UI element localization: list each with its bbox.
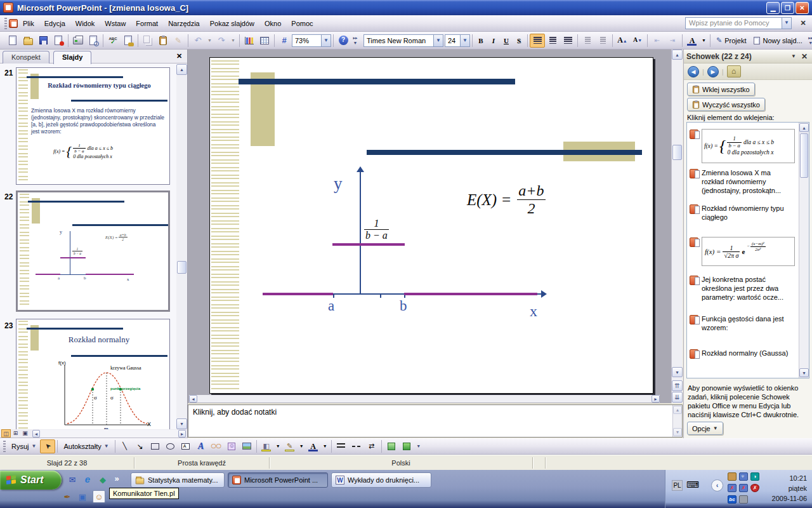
clipart-button[interactable] xyxy=(224,439,239,453)
open-button[interactable] xyxy=(20,34,36,48)
threed-style-button[interactable] xyxy=(399,439,414,453)
font-combo[interactable]: Times New Roman ▼ xyxy=(363,34,443,47)
zoom-dropdown-icon[interactable]: ▼ xyxy=(321,35,331,46)
slide-design-button[interactable]: ✎ Projekt xyxy=(712,34,750,46)
notes-scrollbar[interactable]: ▴ ▾ xyxy=(672,405,682,437)
autoshapes-menu-button[interactable]: Autokształty▼ xyxy=(60,441,112,452)
drawing-toolbar-grip[interactable] xyxy=(3,441,6,452)
options-button[interactable]: Opcje ▼ xyxy=(687,422,723,435)
rectangle-tool-button[interactable] xyxy=(148,439,163,453)
line-color-dropdown[interactable]: ▼ xyxy=(298,439,306,453)
menu-plik[interactable]: Plik xyxy=(18,18,39,29)
print-button[interactable] xyxy=(70,34,86,48)
tray-bc-icon[interactable]: bc xyxy=(728,495,737,504)
tab-slajdy[interactable]: Slajdy xyxy=(53,51,91,64)
back-icon[interactable]: ◀ xyxy=(688,66,699,77)
scroll-up-icon[interactable]: ▴ xyxy=(673,406,682,414)
notes-pane[interactable]: Kliknij, aby dodać notatki ▴ ▾ xyxy=(188,404,683,438)
increase-font-button[interactable]: A▲ xyxy=(615,34,630,48)
task-pane-dropdown-icon[interactable]: ▼ xyxy=(788,52,799,60)
italic-button[interactable]: I xyxy=(487,34,500,48)
scroll-up-icon[interactable]: ▴ xyxy=(176,64,187,75)
oval-tool-button[interactable] xyxy=(163,439,178,453)
quicklaunch-viewer-icon[interactable]: ▣ xyxy=(76,491,89,504)
menu-pomoc[interactable]: Pomoc xyxy=(286,18,318,29)
menu-widok[interactable]: Widok xyxy=(70,18,100,29)
clear-all-button[interactable]: Wyczyść wszystko xyxy=(687,98,765,111)
print-preview-button[interactable] xyxy=(86,34,101,48)
scroll-up-icon[interactable]: ▴ xyxy=(672,50,683,60)
draw-menu-button[interactable]: Rysuj▼ xyxy=(8,441,40,452)
scroll-up-icon[interactable]: ▴ xyxy=(799,123,809,132)
slide-vertical-scrollbar[interactable]: ▴ ▾ ⇈ ⇊ xyxy=(671,50,683,403)
slide-canvas[interactable]: y E(X) = a+b2 1b − a a b x xyxy=(209,57,653,394)
decrease-indent-button[interactable]: ⇤ xyxy=(650,34,665,48)
scrollbar-thumb[interactable] xyxy=(672,145,682,160)
new-document-button[interactable] xyxy=(5,34,20,48)
quicklaunch-pen-icon[interactable]: ✒ xyxy=(61,491,74,504)
font-size-dropdown-icon[interactable]: ▼ xyxy=(460,35,469,46)
spelling-button[interactable]: ABC✓ xyxy=(105,34,121,48)
fill-color-dropdown[interactable]: ▼ xyxy=(274,439,282,453)
arrow-tool-button[interactable]: ↘ xyxy=(133,439,148,453)
task-pane-close-icon[interactable]: ✕ xyxy=(799,52,809,61)
home-icon[interactable]: ⌂ xyxy=(727,65,741,77)
scroll-left-icon[interactable]: ◂ xyxy=(189,395,197,403)
keyboard-icon[interactable]: ⌨ xyxy=(686,479,699,490)
clipboard-item-formula-uniform[interactable]: f(x) = { 1b − a dla a ≤ x ≤ b 0 dla pozo… xyxy=(690,129,795,163)
quicklaunch-app-icon[interactable]: ◆ xyxy=(96,474,109,486)
close-button[interactable]: ✕ xyxy=(796,2,809,14)
slide-sorter-view-button[interactable]: ⊞ xyxy=(11,429,20,438)
align-right-button[interactable] xyxy=(560,34,575,48)
scroll-down-icon[interactable]: ▾ xyxy=(673,428,682,436)
clipboard-item-formula-gauss[interactable]: f(x) = 1√2π σ e − (x−m)²2σ² xyxy=(690,237,795,266)
shadow-style-button[interactable] xyxy=(384,439,399,453)
help-question-box[interactable]: Wpisz pytanie do Pomocy ▼ xyxy=(685,17,792,29)
fill-color-button[interactable]: ◧ xyxy=(259,439,274,453)
normal-view-button[interactable]: ◫ xyxy=(1,429,11,438)
formatting-overflow-button[interactable]: ▸▸▼ xyxy=(806,34,812,48)
document-icon[interactable] xyxy=(9,19,18,28)
wordart-button[interactable]: A xyxy=(193,439,209,453)
dash-style-button[interactable] xyxy=(349,439,364,453)
scroll-down-icon[interactable]: ▾ xyxy=(672,367,683,377)
scrollbar-thumb[interactable] xyxy=(800,133,808,178)
slide-23-thumbnail[interactable]: Rozkład normalny f(x) krzywa Gaussa punk… xyxy=(16,319,170,429)
tray-network-disabled-icon-2[interactable]: ✗ xyxy=(739,484,748,492)
tray-clipboard-icon[interactable] xyxy=(728,472,737,481)
font-size-combo[interactable]: 24 ▼ xyxy=(445,34,470,47)
scrollbar-thumb[interactable] xyxy=(177,261,187,274)
help-question-dropdown-icon[interactable]: ▼ xyxy=(782,18,791,29)
scroll-right-icon[interactable]: ▸ xyxy=(652,395,660,403)
tray-app-icon[interactable]: ◑ xyxy=(750,472,759,481)
minimize-button[interactable]: ▁ xyxy=(766,2,780,14)
line-tool-button[interactable]: ╲ xyxy=(117,439,133,453)
paste-all-button[interactable]: Wklej wszystko xyxy=(687,83,755,96)
thumbnails-scrollbar[interactable]: ▴ ▾ xyxy=(176,64,187,429)
tray-monitor-icon[interactable] xyxy=(739,495,748,504)
save-button[interactable] xyxy=(36,34,51,48)
font-dropdown-icon[interactable]: ▼ xyxy=(433,35,443,46)
select-objects-button[interactable]: ➤ xyxy=(40,439,55,453)
clipboard-item[interactable]: Zmienna losowa X ma rozkład równomierny … xyxy=(690,168,795,195)
quicklaunch-internet-explorer-icon[interactable]: e xyxy=(81,473,94,486)
forward-icon[interactable]: ▶ xyxy=(707,66,719,77)
menu-edycja[interactable]: Edycja xyxy=(39,18,70,29)
clipboard-item[interactable]: Rozkład normalny (Gaussa) xyxy=(690,349,795,359)
language-indicator[interactable]: PL xyxy=(672,480,683,491)
undo-button[interactable]: ↶ xyxy=(190,34,206,48)
menu-wstaw[interactable]: Wstaw xyxy=(100,18,131,29)
start-button[interactable]: Start xyxy=(0,471,62,490)
horizontal-scroll-track[interactable] xyxy=(40,430,178,438)
toolbar-options-button[interactable]: ▸▸▼ xyxy=(351,34,360,48)
redo-button[interactable]: ↷ xyxy=(214,34,229,48)
bullets-button[interactable] xyxy=(595,34,610,48)
show-grid-button[interactable]: # xyxy=(277,34,292,48)
align-center-button[interactable] xyxy=(545,34,560,48)
pane-close-icon[interactable]: ✕ xyxy=(174,52,184,61)
status-template-name[interactable]: Prosta krawędź xyxy=(134,457,270,469)
copy-button[interactable] xyxy=(140,34,155,48)
taskbar-item-word[interactable]: W Wykłady do druknięci... xyxy=(331,472,431,488)
clipboard-item[interactable]: Rozkład równomierny typu ciągłego xyxy=(690,204,795,222)
scroll-down-icon[interactable]: ▾ xyxy=(799,368,809,377)
